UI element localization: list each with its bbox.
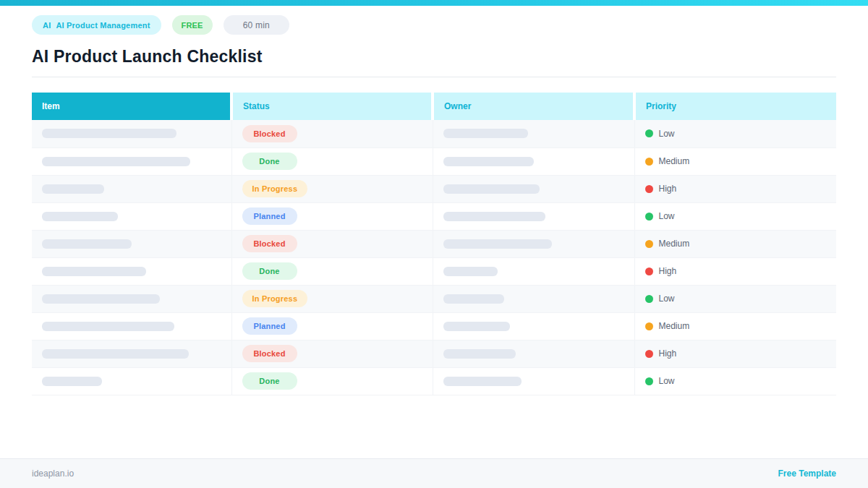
owner-placeholder bbox=[443, 184, 540, 194]
owner-cell bbox=[433, 230, 634, 257]
item-placeholder bbox=[42, 349, 189, 359]
item-placeholder bbox=[42, 129, 176, 138]
status-cell: Planned bbox=[231, 202, 433, 230]
status-badge: Planned bbox=[242, 317, 297, 335]
owner-placeholder bbox=[443, 157, 534, 166]
free-badge: FREE bbox=[172, 15, 213, 35]
status-badge: In Progress bbox=[242, 180, 308, 197]
status-cell: Done bbox=[231, 147, 433, 175]
priority-label: Low bbox=[659, 129, 675, 139]
priority-cell: High bbox=[634, 257, 836, 285]
priority-dot bbox=[645, 213, 653, 221]
page-title: AI Product Launch Checklist bbox=[32, 46, 836, 67]
item-cell bbox=[32, 175, 231, 202]
item-cell bbox=[32, 367, 231, 395]
status-cell: In Progress bbox=[231, 175, 433, 202]
owner-cell bbox=[433, 340, 634, 367]
priority-label: High bbox=[659, 348, 677, 359]
table-row: Blocked High bbox=[32, 340, 836, 367]
priority-label: High bbox=[659, 184, 677, 194]
item-placeholder bbox=[42, 322, 174, 331]
table-row: In Progress Low bbox=[32, 285, 836, 312]
status-badge: Blocked bbox=[242, 235, 297, 252]
item-cell bbox=[32, 120, 231, 147]
owner-placeholder bbox=[443, 267, 498, 276]
status-badge: Blocked bbox=[242, 125, 297, 142]
column-header-priority: Priority bbox=[634, 93, 836, 120]
priority-label: Low bbox=[659, 211, 675, 221]
priority-cell: Low bbox=[634, 120, 836, 147]
status-badge: Blocked bbox=[242, 345, 297, 362]
item-placeholder bbox=[42, 184, 104, 194]
priority-cell: Medium bbox=[634, 230, 836, 257]
item-placeholder bbox=[42, 212, 118, 221]
priority-dot bbox=[645, 295, 653, 303]
owner-placeholder bbox=[443, 377, 522, 386]
owner-placeholder bbox=[443, 294, 504, 304]
status-cell: Done bbox=[231, 257, 433, 285]
status-badge: In Progress bbox=[242, 290, 308, 307]
priority-cell: Medium bbox=[634, 312, 836, 340]
priority-dot bbox=[645, 240, 653, 248]
owner-cell bbox=[433, 120, 634, 147]
priority-cell: Low bbox=[634, 367, 836, 395]
priority-dot bbox=[645, 322, 653, 330]
priority-dot bbox=[645, 267, 653, 275]
owner-cell bbox=[433, 312, 634, 340]
table-row: Done High bbox=[32, 257, 836, 285]
owner-cell bbox=[433, 285, 634, 312]
priority-cell: High bbox=[634, 340, 836, 367]
footer-brand: ideaplan.io bbox=[32, 468, 74, 479]
item-placeholder bbox=[42, 267, 146, 276]
status-badge: Done bbox=[242, 262, 297, 280]
item-placeholder bbox=[42, 294, 160, 304]
owner-placeholder bbox=[443, 129, 528, 138]
table-row: Blocked Medium bbox=[32, 230, 836, 257]
column-header-item: Item bbox=[32, 93, 231, 120]
title-divider bbox=[32, 77, 836, 77]
owner-placeholder bbox=[443, 322, 510, 331]
item-placeholder bbox=[42, 377, 102, 386]
priority-dot bbox=[645, 129, 653, 137]
table-row: Blocked Low bbox=[32, 120, 836, 147]
priority-dot bbox=[645, 185, 653, 193]
owner-placeholder bbox=[443, 239, 552, 249]
duration-badge: 60 min bbox=[224, 15, 289, 35]
item-placeholder bbox=[42, 157, 190, 166]
category-badge: AI AI Product Management bbox=[32, 15, 161, 35]
owner-cell bbox=[433, 367, 634, 395]
table-row: In Progress High bbox=[32, 175, 836, 202]
item-placeholder bbox=[42, 239, 132, 249]
free-template-link[interactable]: Free Template bbox=[778, 468, 836, 479]
status-cell: In Progress bbox=[231, 285, 433, 312]
checklist-table: Item Status Owner Priority Blocked Low bbox=[32, 93, 836, 395]
category-badge-prefix: AI bbox=[43, 21, 51, 30]
owner-cell bbox=[433, 175, 634, 202]
priority-label: Medium bbox=[659, 239, 690, 249]
column-header-owner: Owner bbox=[433, 93, 634, 120]
item-cell bbox=[32, 202, 231, 230]
owner-cell bbox=[433, 257, 634, 285]
item-cell bbox=[32, 312, 231, 340]
status-badge: Done bbox=[242, 153, 297, 170]
priority-label: Low bbox=[659, 376, 675, 386]
status-badge: Done bbox=[242, 372, 297, 390]
priority-cell: Medium bbox=[634, 147, 836, 175]
item-cell bbox=[32, 147, 231, 175]
priority-dot bbox=[645, 377, 653, 385]
footer: ideaplan.io Free Template bbox=[0, 458, 868, 488]
priority-label: High bbox=[659, 266, 677, 276]
status-badge: Planned bbox=[242, 207, 297, 225]
owner-placeholder bbox=[443, 349, 516, 359]
item-cell bbox=[32, 230, 231, 257]
priority-label: Low bbox=[659, 294, 675, 304]
priority-label: Medium bbox=[659, 156, 690, 166]
status-cell: Blocked bbox=[231, 120, 433, 147]
table-row: Planned Medium bbox=[32, 312, 836, 340]
status-cell: Blocked bbox=[231, 230, 433, 257]
priority-cell: Low bbox=[634, 202, 836, 230]
table-body: Blocked Low Done Medium bbox=[32, 120, 836, 395]
priority-dot bbox=[645, 158, 653, 166]
top-accent-bar bbox=[0, 0, 868, 6]
item-cell bbox=[32, 285, 231, 312]
